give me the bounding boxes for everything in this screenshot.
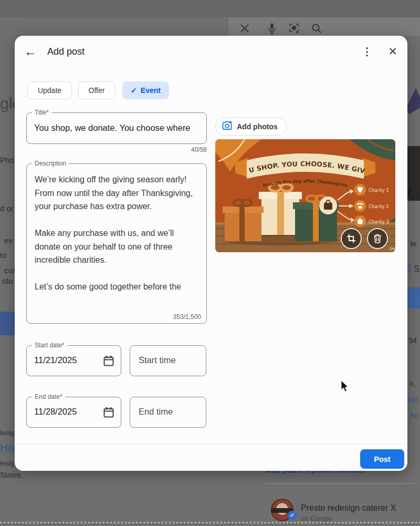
background-fragment: Pho (0, 156, 14, 164)
background-search-bar (228, 17, 420, 36)
calendar-icon[interactable] (103, 355, 114, 367)
end-time-placeholder: End time (139, 407, 173, 417)
title-char-counter: 40/58 (26, 146, 207, 153)
screen-border-dots (0, 522, 420, 523)
delete-photo-button[interactable] (367, 228, 388, 249)
start-date-field[interactable]: Start date* 11/21/2025 (26, 345, 121, 376)
background-fragment: States. (0, 471, 23, 479)
tab-event[interactable]: ✓ Event (122, 81, 169, 99)
background-top-band (0, 0, 420, 17)
background-button-fragment (0, 312, 15, 335)
end-date-value: 11/28/2025 (34, 407, 77, 417)
start-time-field[interactable]: Start time (130, 345, 206, 376)
description-field-label: Description (32, 160, 69, 167)
dialog-title: Add post (47, 46, 85, 57)
crop-photo-button[interactable] (341, 228, 362, 249)
charity-1-label: Charity 1 (369, 188, 389, 193)
tab-update[interactable]: Update (27, 81, 72, 99)
add-photos-label: Add photos (237, 122, 278, 131)
footer-divider (15, 444, 407, 445)
add-post-dialog: ← Add post ⋮ ✕ Update Offer ✓ Event Titl… (15, 36, 407, 471)
business-name: Presto redesign caterer X (301, 503, 396, 513)
mic-icon[interactable] (266, 23, 278, 34)
end-date-label: End date* (32, 393, 65, 400)
charity-3-label: Charity 3 (369, 219, 389, 224)
add-photo-icon (222, 121, 233, 132)
description-char-counter: 353/1,500 (170, 313, 201, 321)
start-date-label: Start date* (32, 342, 67, 349)
mouse-cursor (340, 380, 350, 394)
tab-offer[interactable]: Offer (78, 81, 115, 99)
business-source: on Google (301, 514, 332, 522)
title-field[interactable]: Title* You shop, we donate. You choose w… (26, 112, 207, 144)
add-photos-button[interactable]: Add photos (215, 117, 287, 136)
background-divider (265, 483, 417, 484)
photo-watermark: DM (390, 247, 395, 251)
description-field[interactable]: Description We’re kicking off the giving… (26, 163, 207, 324)
end-time-field[interactable]: End time (130, 397, 206, 428)
charity-2-label: Charity 2 (369, 204, 389, 209)
background-fragment: S (414, 264, 419, 274)
event-photo-preview: YOU SHOP. YOU CHOOSE. WE GIVE. Through t… (215, 139, 395, 252)
background-fragment: n, (410, 379, 416, 388)
background-link-fragment: ho (411, 411, 419, 420)
calendar-icon[interactable] (103, 407, 114, 418)
clear-icon[interactable] (239, 23, 250, 34)
start-date-value: 11/21/2025 (34, 355, 77, 365)
more-options-icon[interactable]: ⋮ (360, 44, 374, 59)
background-fragment: to (0, 251, 7, 260)
check-icon: ✓ (131, 86, 137, 95)
post-button[interactable]: Post (360, 449, 404, 469)
title-field-value: You shop, we donate. You choose where (34, 123, 205, 133)
background-fragment: le (411, 239, 417, 248)
screen: gle Pho Ψ d or ex to cus sto lesig Ho le… (0, 0, 420, 526)
title-field-label: Title* (32, 109, 51, 116)
background-fragment: sto (2, 276, 13, 285)
description-field-value: We’re kicking off the giving season earl… (35, 173, 202, 316)
background-link-fragment: Ho (0, 441, 14, 454)
verified-badge-icon: ✓ (288, 511, 297, 520)
back-arrow-icon[interactable]: ← (23, 44, 38, 59)
lens-icon[interactable] (288, 23, 300, 34)
start-time-placeholder: Start time (139, 355, 176, 365)
search-icon[interactable] (311, 23, 322, 34)
background-fragment: lesig (0, 459, 14, 467)
background-fragment: ex (4, 236, 13, 245)
close-icon[interactable]: ✕ (385, 44, 400, 59)
background-fragment: lesig (0, 429, 14, 437)
background-fragment: d or (0, 204, 14, 213)
end-date-field[interactable]: End date* 11/28/2025 (26, 397, 121, 428)
